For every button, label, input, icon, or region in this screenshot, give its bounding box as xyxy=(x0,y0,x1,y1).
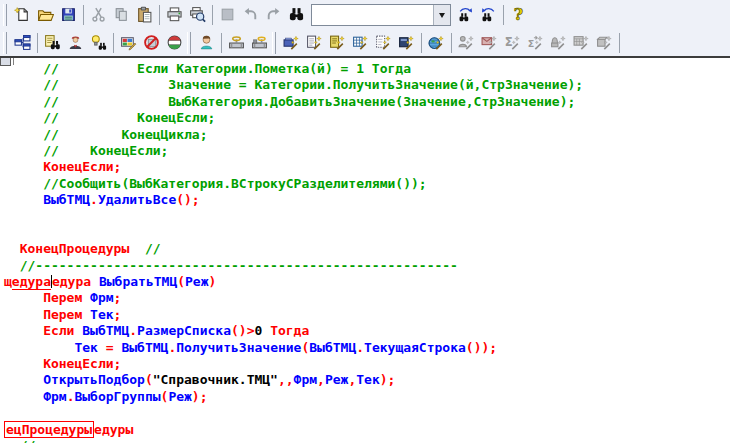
wand-form-icon xyxy=(398,34,415,51)
find-previous-icon xyxy=(480,6,497,23)
operation-constructor-button xyxy=(547,31,570,54)
table-constructor-button[interactable] xyxy=(349,31,372,54)
sum-turnover-constructor-button: Σ xyxy=(524,31,547,54)
module-properties-button[interactable] xyxy=(11,31,34,54)
wand-document-icon xyxy=(306,34,323,51)
no-entry-icon xyxy=(143,34,160,51)
toolbar-separator xyxy=(503,5,504,25)
report-constructor-button[interactable] xyxy=(280,31,303,54)
toolbar-grip[interactable] xyxy=(3,4,7,26)
syntax-highlight-settings-button[interactable] xyxy=(117,31,140,54)
search-combobox-input[interactable] xyxy=(312,5,433,25)
cut-button xyxy=(87,3,110,26)
wand-mail-icon xyxy=(481,34,498,51)
code-line: // ВыбКатегория.ДобавитьЗначение(Значени… xyxy=(4,94,730,110)
code-token: ВыборГруппы xyxy=(74,389,160,404)
open-folder-icon xyxy=(37,6,54,23)
syntax-assistant-button[interactable] xyxy=(195,31,218,54)
code-token: (); xyxy=(176,192,199,207)
code-token: ПолучитьЗначение xyxy=(176,340,301,355)
code-token: Тогда xyxy=(270,323,309,338)
code-token: // КонецЕсли; xyxy=(4,110,215,125)
open-button[interactable] xyxy=(34,3,57,26)
find-next-button[interactable] xyxy=(454,3,477,26)
code-token: , xyxy=(317,372,325,387)
document-constructor-button[interactable] xyxy=(303,31,326,54)
goto-procedure-button[interactable] xyxy=(248,31,271,54)
combobox-dropdown-button[interactable] xyxy=(433,5,450,25)
procedures-list-button[interactable] xyxy=(225,31,248,54)
code-token: Реж xyxy=(325,372,348,387)
code-token: // КонецЕсли; xyxy=(4,143,168,158)
code-line: //--------------------------------------… xyxy=(4,258,730,274)
code-token: ) xyxy=(209,274,217,289)
code-token: Перем xyxy=(43,307,82,322)
valve-2-icon xyxy=(251,34,268,51)
new-doc-icon xyxy=(14,6,31,23)
code-token: ВыбТМЦ xyxy=(82,323,129,338)
code-token: Тек xyxy=(74,340,97,355)
code-token: // КонецЦикла; xyxy=(4,127,208,142)
toolbar-grip[interactable] xyxy=(272,32,276,54)
global-module-constructor-button[interactable] xyxy=(425,31,448,54)
code-token: КонецПроцедуры xyxy=(20,241,130,256)
help-button[interactable]: ? xyxy=(507,3,530,26)
journal-constructor-button[interactable] xyxy=(326,31,349,54)
code-line: // Если Категории.Пометка(й) = 1 Тогда xyxy=(4,61,730,77)
toolbar-separator xyxy=(113,33,114,53)
printer-icon xyxy=(166,6,183,23)
toggle-restriction-button[interactable] xyxy=(140,31,163,54)
query-constructor-button[interactable] xyxy=(372,31,395,54)
code-token: . xyxy=(90,192,98,207)
code-token: ()); xyxy=(466,340,497,355)
redo-button xyxy=(262,3,285,26)
wand-hand-icon xyxy=(550,34,567,51)
module-windows-icon xyxy=(14,34,31,51)
toolbar-separator xyxy=(83,5,84,25)
global-search-button[interactable] xyxy=(41,31,64,54)
code-token: // ------------------------------ xyxy=(20,438,278,443)
gray-square-icon xyxy=(219,6,236,23)
code-token: ВыбратьТМЦ xyxy=(99,274,177,289)
search-wizard-button[interactable] xyxy=(64,31,87,54)
person-head-icon xyxy=(198,34,215,51)
paste-button[interactable] xyxy=(133,3,156,26)
find-button[interactable] xyxy=(285,3,308,26)
code-token: //--------------------------------------… xyxy=(20,258,458,273)
code-line: Если ВыбТМЦ.РазмерСписка()>0 Тогда xyxy=(4,323,730,339)
code-token xyxy=(4,323,43,338)
redo-arrow-icon xyxy=(265,6,282,23)
print-preview-button[interactable] xyxy=(186,3,209,26)
toolbar-grip[interactable] xyxy=(187,32,191,54)
toolbar-separator xyxy=(619,33,620,53)
form-constructor-button[interactable] xyxy=(395,31,418,54)
mail-constructor-button xyxy=(478,31,501,54)
code-editor[interactable]: // Если Категории.Пометка(й) = 1 Тогда /… xyxy=(0,58,730,443)
code-line: КонецЕсли; xyxy=(4,159,730,175)
search-combobox xyxy=(311,4,451,26)
new-document-button[interactable] xyxy=(11,3,34,26)
check-module-button[interactable] xyxy=(163,31,186,54)
wand-calendar-icon xyxy=(573,34,590,51)
find-previous-button[interactable] xyxy=(477,3,500,26)
code-line: ецПроцедурыедуры xyxy=(4,422,730,438)
code-token xyxy=(4,340,74,355)
code-token: Реж xyxy=(185,274,208,289)
code-token: ; xyxy=(114,290,122,305)
save-button[interactable] xyxy=(57,3,80,26)
print-button[interactable] xyxy=(163,3,186,26)
code-token xyxy=(129,241,145,256)
code-token xyxy=(4,356,43,371)
window-corner-line xyxy=(13,58,14,65)
code-token xyxy=(4,290,43,305)
cut-scissors-icon xyxy=(90,6,107,23)
code-token: // xyxy=(145,241,161,256)
code-token xyxy=(262,323,270,338)
code-line: Тек = ВыбТМЦ.ПолучитьЗначение(ВыбТМЦ.Тек… xyxy=(4,340,730,356)
search-in-help-button[interactable] xyxy=(87,31,110,54)
toolbar-grip[interactable] xyxy=(3,32,7,54)
undo-button xyxy=(239,3,262,26)
code-line: // ------------------------------ xyxy=(4,438,730,443)
code-token: // Значение = Категории.ПолучитьЗначение… xyxy=(4,77,583,92)
bulb-search-icon xyxy=(90,34,107,51)
